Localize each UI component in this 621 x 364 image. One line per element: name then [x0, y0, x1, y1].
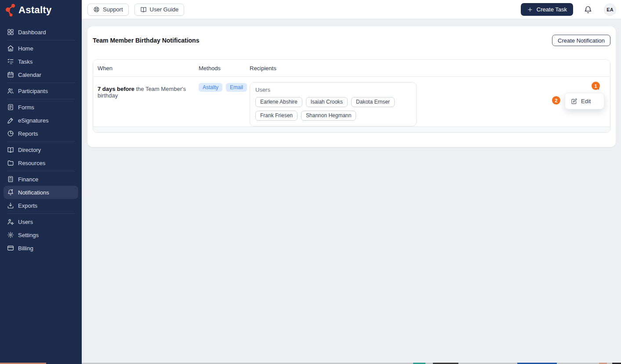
card-header: Team Member Birthday Notifications Creat…: [87, 26, 616, 48]
esignatures-icon: [7, 117, 14, 124]
settings-icon: [7, 231, 14, 238]
notifications-table: When Methods Recipients 7 days before th…: [93, 59, 610, 133]
users-panel-label: Users: [255, 86, 411, 93]
recipient-chip: Frank Friesen: [255, 111, 298, 121]
brand-molecule-icon: [4, 3, 17, 18]
recipients-cell: Users Earlene Abshire Isaiah Crooks Dako…: [245, 77, 571, 126]
when-cell: 7 days before the Team Member's birthday: [93, 77, 194, 126]
notifications-icon: [7, 189, 14, 196]
brand-logo[interactable]: Astalty: [0, 0, 82, 20]
recipient-chip: Isaiah Crooks: [306, 97, 348, 107]
sidebar-item-exports[interactable]: Exports: [4, 199, 78, 212]
when-emphasis: 7 days before: [98, 86, 134, 92]
bell-icon: [584, 5, 593, 14]
finance-icon: [7, 176, 14, 183]
billing-icon: [7, 245, 14, 252]
recipients-users-panel: Users Earlene Abshire Isaiah Crooks Dako…: [250, 82, 417, 126]
avatar[interactable]: EA: [604, 4, 616, 16]
notifications-bell-button[interactable]: [584, 5, 593, 14]
topbar: Support User Guide Create Task EA: [82, 0, 621, 19]
column-header-methods: Methods: [194, 65, 245, 72]
support-icon: [93, 6, 100, 13]
table-header-row: When Methods Recipients: [93, 60, 610, 77]
recipient-chip: Shannon Hegmann: [301, 111, 356, 121]
create-task-button[interactable]: Create Task: [521, 3, 573, 16]
users-icon: [7, 218, 14, 225]
sidebar-item-dashboard[interactable]: Dashboard: [4, 25, 78, 39]
resources-icon: [7, 159, 14, 166]
sidebar-item-reports[interactable]: Reports: [4, 127, 78, 140]
sidebar-divider: [7, 40, 75, 40]
sidebar-item-resources[interactable]: Resources: [4, 156, 78, 169]
sidebar-divider: [7, 99, 75, 99]
sidebar-divider: [7, 83, 75, 83]
brand-name: Astalty: [18, 4, 51, 16]
sidebar-item-home[interactable]: Home: [4, 42, 78, 55]
sidebar: Astalty Dashboard Home Tasks: [0, 0, 82, 363]
dashboard-icon: [7, 29, 14, 36]
sidebar-item-settings[interactable]: Settings: [4, 228, 78, 241]
topbar-right: Create Task EA: [521, 3, 616, 16]
forms-icon: [7, 104, 14, 111]
reports-icon: [7, 130, 14, 137]
row-context-menu-edit[interactable]: Edit: [565, 93, 604, 109]
exports-icon: [7, 202, 14, 209]
column-header-recipients: Recipients: [245, 65, 571, 72]
page-title: Team Member Birthday Notifications: [93, 37, 199, 44]
home-icon: [7, 45, 14, 52]
plus-icon: [527, 7, 533, 13]
table-row: 7 days before the Team Member's birthday…: [93, 77, 610, 126]
recipient-chip-list: Earlene Abshire Isaiah Crooks Dakota Ern…: [255, 97, 411, 121]
sidebar-item-billing[interactable]: Billing: [4, 241, 78, 255]
sidebar-item-forms[interactable]: Forms: [4, 101, 78, 114]
sidebar-item-participants[interactable]: Participants: [4, 84, 78, 97]
sidebar-item-calendar[interactable]: Calendar: [4, 68, 78, 81]
sidebar-item-users[interactable]: Users: [4, 215, 78, 228]
calendar-icon: [7, 71, 14, 78]
recipient-chip: Dakota Ernser: [351, 97, 395, 107]
book-icon: [140, 6, 147, 13]
annotation-badge-1: 1: [592, 82, 600, 90]
main-column: Support User Guide Create Task EA: [82, 0, 621, 363]
sidebar-divider: [7, 213, 75, 214]
sidebar-item-tasks[interactable]: Tasks: [4, 55, 78, 68]
sidebar-nav: Dashboard Home Tasks Calendar: [0, 20, 82, 255]
user-guide-button[interactable]: User Guide: [134, 4, 185, 16]
column-header-when: When: [93, 65, 194, 72]
support-button[interactable]: Support: [87, 4, 129, 16]
content-area: Team Member Birthday Notifications Creat…: [82, 19, 621, 363]
app-root: Astalty Dashboard Home Tasks: [0, 0, 621, 363]
sidebar-item-esignatures[interactable]: eSignatures: [4, 114, 78, 127]
table-footer-strip: [93, 126, 610, 132]
method-badge: Email: [226, 83, 247, 92]
notifications-card: Team Member Birthday Notifications Creat…: [87, 26, 616, 147]
annotation-badge-2: 2: [552, 96, 560, 105]
recipient-chip: Earlene Abshire: [255, 97, 302, 107]
edit-icon: [571, 98, 577, 105]
create-notification-button[interactable]: Create Notification: [552, 35, 610, 46]
tasks-icon: [7, 58, 14, 65]
sidebar-item-directory[interactable]: Directory: [4, 143, 78, 156]
directory-icon: [7, 146, 14, 153]
sidebar-divider: [7, 141, 75, 142]
method-badge: Astalty: [199, 83, 222, 92]
sidebar-item-finance[interactable]: Finance: [4, 173, 78, 186]
methods-cell: Astalty Email: [194, 77, 245, 126]
edit-menu-label: Edit: [581, 98, 591, 105]
sidebar-item-notifications[interactable]: Notifications: [4, 186, 78, 199]
participants-icon: [7, 87, 14, 94]
sidebar-divider: [7, 171, 75, 171]
